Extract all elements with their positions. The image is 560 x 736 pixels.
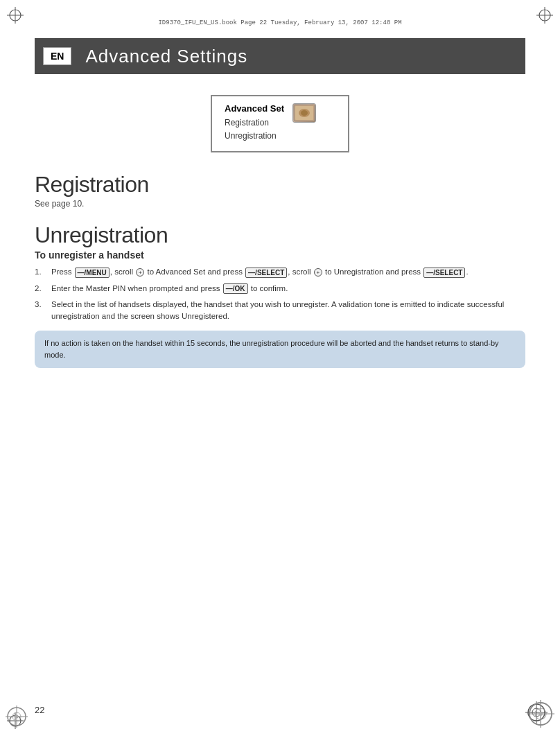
menu-box-container: Advanced Set Registration Unregistration: [35, 95, 525, 152]
unregistration-subsection: To unregister a handset: [35, 249, 525, 261]
decorative-mark-br: [525, 699, 556, 732]
registration-section: Registration See page 10.: [35, 172, 525, 209]
menu-box-title: Advanced Set: [225, 103, 284, 114]
svg-point-26: [301, 110, 308, 116]
step-1-num: 1.: [35, 266, 51, 278]
page-content: EN Advanced Settings Advanced Set Regist…: [35, 38, 525, 694]
svg-point-17: [539, 712, 543, 716]
menu-box-left: Advanced Set Registration Unregistration: [225, 103, 284, 143]
menu-box: Advanced Set Registration Unregistration: [211, 95, 349, 152]
corner-mark-tr: [535, 6, 554, 25]
ok-button: ―/OK: [223, 283, 248, 294]
menu-item-unregistration: Unregistration: [225, 130, 284, 143]
scroll-icon-up: +: [136, 268, 144, 277]
step-1-text: Press ―/MENU, scroll + to Advanced Set a…: [51, 266, 525, 278]
unregistration-section: Unregistration To unregister a handset 1…: [35, 222, 525, 368]
select-button-2: ―/SELECT: [423, 268, 465, 278]
step-1: 1. Press ―/MENU, scroll + to Advanced Se…: [35, 266, 525, 278]
menu-button: ―/MENU: [75, 268, 110, 278]
scroll-icon-down: +: [314, 268, 322, 277]
corner-mark-tl: [6, 6, 25, 25]
menu-item-registration: Registration: [225, 116, 284, 130]
step-3-num: 3.: [35, 299, 51, 310]
decorative-mark-bl: [4, 704, 29, 732]
step-2-num: 2.: [35, 283, 51, 295]
note-box: If no action is taken on the handset wit…: [35, 331, 525, 368]
meta-info: ID9370_IFU_EN_US.book Page 22 Tuesday, F…: [158, 19, 401, 26]
steps-list: 1. Press ―/MENU, scroll + to Advanced Se…: [35, 266, 525, 322]
registration-subtitle: See page 10.: [35, 199, 525, 209]
step-3-text: Select in the list of handsets displayed…: [51, 299, 525, 323]
language-badge: EN: [43, 47, 71, 65]
unregistration-title: Unregistration: [35, 222, 525, 248]
page-title: Advanced Settings: [85, 46, 247, 67]
step-2: 2. Enter the Master PIN when prompted an…: [35, 283, 525, 295]
select-button: ―/SELECT: [245, 268, 287, 278]
svg-point-22: [15, 715, 19, 719]
step-3: 3. Select in the list of handsets displa…: [35, 299, 525, 323]
step-2-text: Enter the Master PIN when prompted and p…: [51, 283, 525, 295]
registration-title: Registration: [35, 172, 525, 198]
menu-box-icon: [292, 103, 316, 123]
page-number: 22: [35, 705, 44, 715]
header-bar: EN Advanced Settings: [35, 38, 525, 74]
